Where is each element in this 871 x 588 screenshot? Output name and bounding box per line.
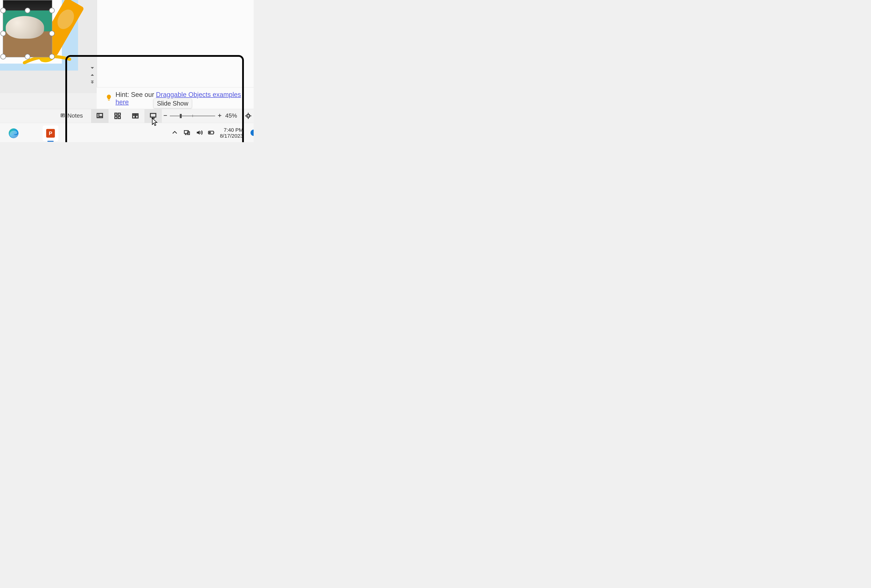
notes-icon	[60, 113, 65, 119]
svg-rect-32	[209, 132, 211, 133]
cat-paw	[6, 16, 44, 39]
resize-handle-w[interactable]	[0, 31, 6, 36]
svg-rect-10	[118, 113, 120, 115]
battery-icon[interactable]	[208, 129, 215, 137]
zoom-slider-thumb[interactable]	[180, 114, 182, 118]
notes-button[interactable]: Notes	[60, 112, 83, 119]
svg-rect-6	[97, 114, 103, 118]
clock-date: 8/17/2023	[220, 133, 243, 139]
resize-handle-n[interactable]	[25, 7, 30, 13]
zoom-percent-label[interactable]: 45%	[225, 112, 237, 119]
reading-view-button[interactable]	[127, 109, 144, 123]
zoom-slider-midtick	[193, 115, 193, 117]
notes-label: Notes	[67, 112, 83, 119]
clock-time: 7:40 PM	[224, 127, 243, 133]
zoom-out-button[interactable]	[163, 113, 168, 119]
svg-rect-9	[115, 113, 117, 115]
tray-overflow-chevron-icon[interactable]	[171, 129, 178, 137]
resize-handle-se[interactable]	[49, 54, 55, 60]
slide-sorter-button[interactable]	[109, 109, 126, 123]
display-project-icon[interactable]	[183, 129, 190, 137]
svg-rect-12	[118, 117, 120, 119]
taskbar-clock[interactable]: 7:40 PM 8/17/2023	[220, 127, 243, 139]
caret-up-solid-icon[interactable]	[90, 72, 95, 78]
root: Hint: See our Draggable Objects examples…	[0, 0, 254, 142]
svg-rect-17	[150, 114, 156, 117]
resize-handle-ne[interactable]	[49, 7, 55, 13]
slide-show-button[interactable]	[144, 109, 162, 123]
svg-rect-24	[247, 115, 250, 117]
hint-prefix: Hint: See our	[115, 91, 156, 98]
resize-handle-e[interactable]	[49, 31, 55, 36]
zoom-slider-area	[163, 109, 222, 123]
taskbar-powerpoint-icon[interactable]: P	[43, 126, 58, 141]
taskbar-active-indicator	[47, 141, 54, 142]
lightbulb-icon	[105, 94, 112, 103]
zoom-slider-track[interactable]	[170, 116, 215, 116]
zoom-in-button[interactable]	[217, 113, 222, 119]
resize-handle-s[interactable]	[25, 54, 30, 60]
right-pane	[97, 0, 254, 87]
svg-rect-11	[115, 117, 117, 119]
slide-nav-arrows	[89, 66, 96, 85]
resize-handle-nw[interactable]	[0, 7, 6, 13]
speaker-icon[interactable]	[196, 129, 203, 137]
caret-down-icon[interactable]	[90, 66, 95, 71]
slideshow-tooltip: Slide Show	[153, 99, 192, 108]
powerpoint-letter: P	[46, 129, 55, 138]
svg-rect-31	[214, 132, 214, 133]
system-tray: 7:40 PM 8/17/2023	[171, 125, 243, 141]
resize-handle-sw[interactable]	[0, 54, 6, 60]
normal-view-button[interactable]	[91, 109, 109, 123]
taskbar-edge-icon[interactable]	[6, 126, 21, 141]
fit-to-window-button[interactable]	[243, 109, 253, 123]
caret-down-double-icon[interactable]	[90, 79, 95, 85]
